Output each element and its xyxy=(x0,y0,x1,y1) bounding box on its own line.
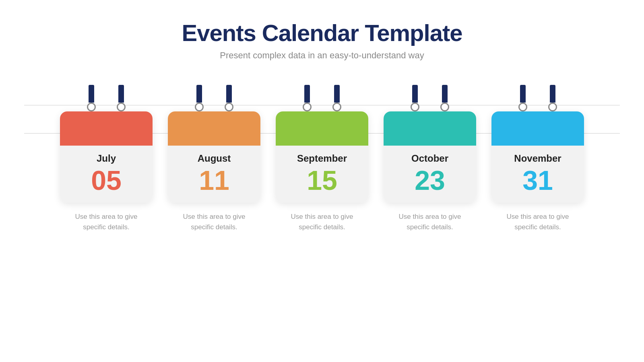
card-description-november: Use this area to give specific details. xyxy=(497,212,578,232)
card-top-november xyxy=(491,111,584,146)
binder-right-september xyxy=(332,85,341,111)
binder-ring-right-august xyxy=(225,103,233,111)
binder-left-august xyxy=(195,85,204,111)
binders-november xyxy=(518,85,557,111)
card-wrapper-july: July 05 Use this area to give specific d… xyxy=(58,85,155,232)
binder-left-july xyxy=(87,85,96,111)
card-wrapper-september: September 15 Use this area to give speci… xyxy=(274,85,370,232)
card-top-september xyxy=(276,111,368,146)
binder-right-august xyxy=(225,85,233,111)
binder-ring-left-august xyxy=(195,103,204,111)
binder-post-right-august xyxy=(226,85,232,103)
month-name-november: November xyxy=(495,153,580,164)
card-body-september: September 15 xyxy=(276,146,368,203)
card-description-july: Use this area to give specific details. xyxy=(66,212,147,232)
calendar-card-september: September 15 xyxy=(276,111,368,203)
card-body-november: November 31 xyxy=(491,146,584,203)
binder-ring-right-november xyxy=(548,103,557,111)
page-title: Events Calendar Template xyxy=(182,19,462,46)
calendar-card-july: July 05 xyxy=(60,111,153,203)
calendar-card-october: October 23 xyxy=(384,111,476,203)
binders-september xyxy=(303,85,341,111)
binder-post-left-july xyxy=(89,85,94,103)
card-top-august xyxy=(168,111,260,146)
binder-ring-right-october xyxy=(440,103,449,111)
day-number-november: 31 xyxy=(495,167,580,194)
binders-october xyxy=(411,85,449,111)
card-description-october: Use this area to give specific details. xyxy=(390,212,470,232)
card-wrapper-november: November 31 Use this area to give specif… xyxy=(489,85,586,232)
binder-post-left-august xyxy=(196,85,202,103)
month-name-september: September xyxy=(280,153,364,164)
page-header: Events Calendar Template Present complex… xyxy=(182,19,462,61)
binder-post-right-september xyxy=(334,85,340,103)
binder-ring-right-july xyxy=(117,103,126,111)
binder-post-left-september xyxy=(304,85,310,103)
card-body-october: October 23 xyxy=(384,146,476,203)
binders-july xyxy=(87,85,126,111)
day-number-october: 23 xyxy=(388,167,472,194)
binder-post-right-november xyxy=(550,85,555,103)
page-subtitle: Present complex data in an easy-to-under… xyxy=(182,50,462,61)
card-body-august: August 11 xyxy=(168,146,260,203)
day-number-september: 15 xyxy=(280,167,364,194)
binders-august xyxy=(195,85,233,111)
binder-ring-left-july xyxy=(87,103,96,111)
binder-left-october xyxy=(411,85,419,111)
binder-post-right-october xyxy=(442,85,448,103)
card-wrapper-august: August 11 Use this area to give specific… xyxy=(166,85,262,232)
day-number-july: 05 xyxy=(64,167,149,194)
binder-right-november xyxy=(548,85,557,111)
binder-ring-right-september xyxy=(332,103,341,111)
calendar-card-november: November 31 xyxy=(491,111,584,203)
month-name-july: July xyxy=(64,153,149,164)
binder-post-right-july xyxy=(118,85,124,103)
binder-left-september xyxy=(303,85,312,111)
cards-container: July 05 Use this area to give specific d… xyxy=(0,85,644,232)
calendar-card-august: August 11 xyxy=(168,111,260,203)
month-name-october: October xyxy=(388,153,472,164)
binder-ring-left-september xyxy=(303,103,312,111)
binder-post-left-november xyxy=(520,85,526,103)
binder-ring-left-october xyxy=(411,103,419,111)
binder-ring-left-november xyxy=(518,103,527,111)
card-wrapper-october: October 23 Use this area to give specifi… xyxy=(382,85,478,232)
day-number-august: 11 xyxy=(172,167,256,194)
card-description-september: Use this area to give specific details. xyxy=(282,212,362,232)
binder-left-november xyxy=(518,85,527,111)
card-description-august: Use this area to give specific details. xyxy=(174,212,254,232)
binder-right-july xyxy=(117,85,126,111)
binder-right-october xyxy=(440,85,449,111)
binder-post-left-october xyxy=(412,85,418,103)
card-body-july: July 05 xyxy=(60,146,153,203)
card-top-october xyxy=(384,111,476,146)
card-top-july xyxy=(60,111,153,146)
month-name-august: August xyxy=(172,153,256,164)
